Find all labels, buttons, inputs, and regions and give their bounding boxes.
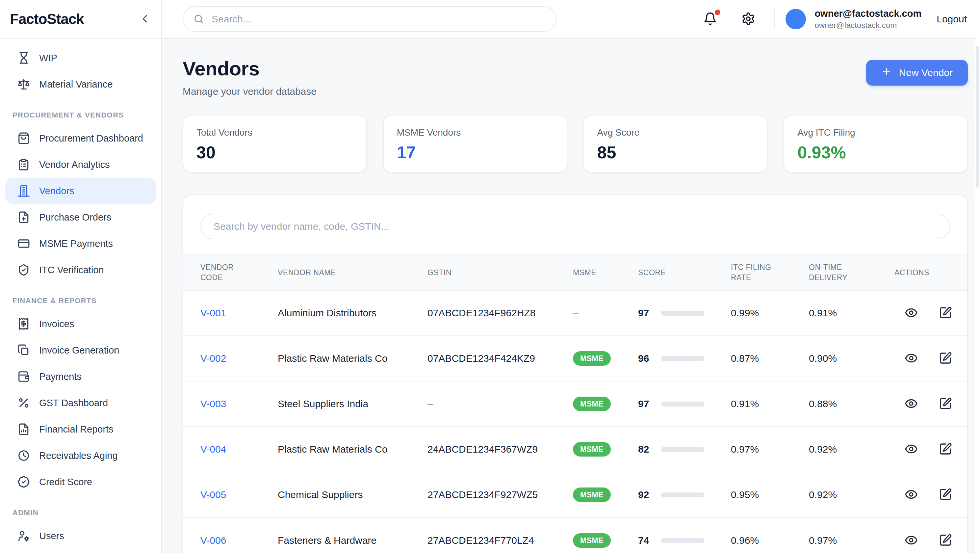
global-search-input[interactable] [212,13,546,25]
score-cell: 92 [638,489,731,500]
sidebar-item-vendor-analytics[interactable]: Vendor Analytics [5,151,156,178]
score-value: 97 [638,398,653,410]
sidebar-item-invoices[interactable]: Invoices [5,311,156,337]
vendor-code-link[interactable]: V-001 [200,308,278,319]
view-vendor-button[interactable] [904,534,918,547]
msme-badge: MSME [573,488,611,502]
itc-filing-rate: 0.96% [731,535,809,546]
msme-badge: MSME [573,397,611,411]
sidebar-item-financial-reports[interactable]: Financial Reports [5,416,156,442]
msme-cell: – [573,308,638,319]
sidebar-item-receivables-aging[interactable]: Receivables Aging [5,442,156,469]
on-time-delivery: 0.92% [809,489,894,500]
stat-label: Total Vendors [196,127,353,138]
vendor-code-link[interactable]: V-002 [200,353,278,364]
stat-label: Avg ITC Filing [797,127,954,138]
score-cell: 96 [638,353,731,364]
sidebar-item-itc-verification[interactable]: ITC Verification [5,257,156,283]
sidebar-item-material-variance[interactable]: Material Variance [5,71,156,97]
page-head-text: Vendors Manage your vendor database [183,57,317,97]
score-bar [661,311,705,316]
logout-button[interactable]: Logout [937,13,967,25]
sidebar-item-vendors[interactable]: Vendors [5,178,156,204]
user-name: owner@factostack.com [815,8,921,19]
edit-vendor-button[interactable] [939,442,952,456]
vendor-code-link[interactable]: V-006 [200,535,278,546]
table-row: V-002Plastic Raw Materials Co07ABCDE1234… [183,336,967,381]
page-head: Vendors Manage your vendor database New … [183,57,968,97]
sidebar-section-header: ADMIN [0,506,161,520]
stat-card-msme-vendors: MSME Vendors17 [383,115,567,173]
file-chart-icon [18,423,30,435]
view-vendor-button[interactable] [904,306,918,320]
edit-vendor-button[interactable] [939,534,952,547]
sidebar-section-header: FINANCE & REPORTS [0,294,161,308]
view-vendor-button[interactable] [904,352,918,365]
new-vendor-button[interactable]: New Vendor [866,60,968,86]
column-header-vendor-code: Vendor Code [200,262,250,283]
stat-label: MSME Vendors [397,127,554,138]
sidebar-item-users[interactable]: Users [5,523,156,549]
sidebar-item-label: MSME Payments [39,238,113,249]
actions-cell [894,534,954,547]
actions-cell [894,397,954,411]
vendor-name: Plastic Raw Materials Co [278,444,428,455]
notifications-button[interactable] [703,11,718,27]
msme-cell: MSME [573,488,638,502]
vendor-code-link[interactable]: V-005 [200,489,278,500]
vendor-gstin: – [428,398,573,410]
stat-value: 17 [397,142,554,162]
score-bar [661,492,705,497]
sidebar-collapse-button[interactable] [138,12,152,26]
score-value: 92 [638,489,653,500]
settings-button[interactable] [741,11,756,27]
vendor-code-link[interactable]: V-004 [200,444,278,455]
sidebar-item-invoice-generation[interactable]: Invoice Generation [5,337,156,363]
actions-cell [894,352,954,365]
sidebar-item-procurement-dashboard[interactable]: Procurement Dashboard [5,125,156,151]
sidebar-item-payments[interactable]: Payments [5,363,156,390]
sidebar-item-msme-payments[interactable]: MSME Payments [5,230,156,257]
scrollbar-track[interactable] [975,0,980,553]
on-time-delivery: 0.97% [809,535,894,546]
msme-cell: MSME [573,351,638,366]
sidebar-item-credit-score[interactable]: Credit Score [5,469,156,495]
msme-cell: MSME [573,533,638,548]
eye-icon [905,534,918,548]
user-email: owner@factostack.com [815,21,921,30]
column-header-actions: Actions [894,268,954,278]
view-vendor-button[interactable] [904,488,918,502]
topbar: owner@factostack.com owner@factostack.co… [162,0,980,39]
sidebar-item-gst-dashboard[interactable]: GST Dashboard [5,390,156,416]
global-search[interactable] [183,6,557,32]
sidebar-item-label: Credit Score [39,477,92,488]
vendor-code-link[interactable]: V-003 [200,398,278,410]
edit-vendor-button[interactable] [939,352,952,365]
edit-vendor-button[interactable] [939,306,952,320]
score-value: 96 [638,353,653,364]
score-bar [661,402,705,406]
edit-vendor-button[interactable] [939,397,952,411]
sidebar-header: FactoStack [0,0,161,39]
view-vendor-button[interactable] [904,442,918,456]
sidebar-item-purchase-orders[interactable]: Purchase Orders [5,204,156,230]
new-vendor-label: New Vendor [899,67,953,78]
user-meta: owner@factostack.com owner@factostack.co… [815,8,921,30]
eye-icon [905,488,918,502]
sidebar-item-wip[interactable]: WIP [5,45,156,71]
column-header-itc-filing-rate: ITC Filing Rate [731,262,784,283]
clipboard-list-icon [18,158,30,171]
scrollbar-thumb[interactable] [976,46,979,188]
stats-row: Total Vendors30MSME Vendors17Avg Score85… [183,115,968,173]
edit-icon [939,534,952,548]
sidebar-item-label: Vendor Analytics [39,159,110,170]
score-bar [661,447,705,452]
score-value: 74 [638,535,653,546]
vendor-search-input[interactable] [200,214,950,239]
gear-icon [741,12,755,27]
score-value: 97 [638,308,653,319]
view-vendor-button[interactable] [904,397,918,411]
sidebar-item-label: WIP [39,53,57,64]
msme-empty: – [573,308,579,318]
edit-vendor-button[interactable] [939,488,952,502]
